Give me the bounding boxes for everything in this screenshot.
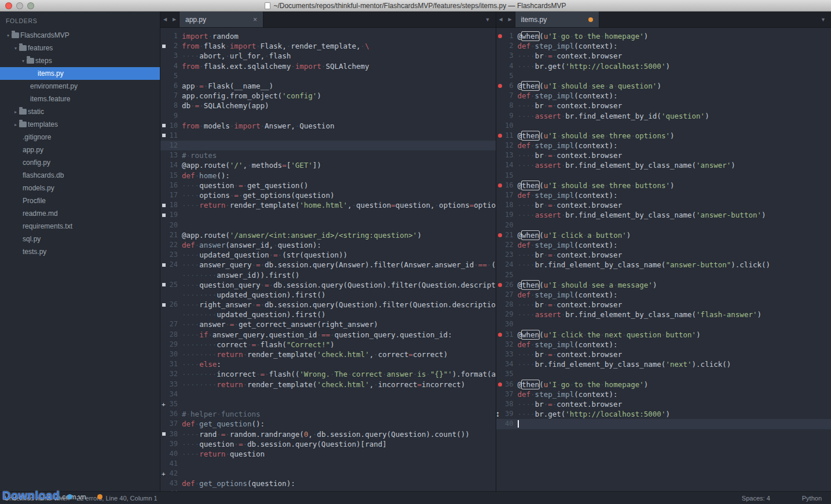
sidebar-item-procfile[interactable]: Procfile	[0, 194, 160, 207]
line-number[interactable]: 17	[496, 190, 514, 200]
code-line[interactable]: 19	[160, 210, 496, 220]
line-number[interactable]: 36	[160, 409, 178, 419]
code-line[interactable]: 37def·get_question():	[160, 419, 496, 429]
line-number[interactable]: 16	[160, 181, 178, 190]
code-text[interactable]: ········answer_id)).first()	[178, 270, 496, 280]
code-line[interactable]: 18····br·=·context.browser	[496, 200, 831, 210]
code-line[interactable]: 22def·answer(answer_id,·question):	[160, 240, 496, 250]
line-number[interactable]: 38	[160, 429, 178, 439]
code-line[interactable]: 6@then(u'I·should·see·a·question')	[496, 81, 831, 91]
code-line[interactable]: 34	[160, 389, 496, 399]
code-text[interactable]: def·get_question():	[178, 419, 496, 429]
code-text[interactable]: ····br.get('http://localhost:5000')	[514, 61, 831, 71]
code-line[interactable]: 33········return·render_template('check.…	[160, 380, 496, 389]
code-line[interactable]: 35	[496, 369, 831, 379]
titlebar[interactable]: ~/Documents/repos/thinkful-mentor/Flashc…	[0, 0, 831, 12]
line-number[interactable]: 30	[160, 350, 178, 359]
line-number[interactable]: 21	[496, 230, 514, 240]
code-text[interactable]: ········incorrect·=·flash(('Wrong.·The·c…	[178, 369, 496, 379]
line-number[interactable]: 25	[496, 270, 514, 280]
tab-nav-back-icon[interactable]: ◀	[160, 12, 170, 27]
disclosure-triangle-icon[interactable]: ▸	[12, 109, 19, 115]
code-text[interactable]: def·step_impl(context):	[514, 141, 831, 150]
code-line[interactable]: 12def·step_impl(context):	[496, 141, 831, 150]
code-line[interactable]: 11	[160, 131, 496, 141]
sidebar-item-items-py[interactable]: items.py	[0, 67, 160, 80]
code-text[interactable]: def·answer(answer_id,·question):	[178, 240, 496, 250]
tab-items-py[interactable]: items.py	[515, 12, 599, 27]
sidebar-item-models-py[interactable]: models.py	[0, 182, 160, 194]
sidebar-item-requirements-txt[interactable]: requirements.txt	[0, 220, 160, 233]
sidebar-item-config-py[interactable]: config.py	[0, 156, 160, 169]
code-text[interactable]: ····question_query·=·db.session.query(Qu…	[178, 280, 496, 290]
line-number[interactable]: 7	[160, 91, 178, 101]
line-number[interactable]: 29	[160, 340, 178, 350]
code-text[interactable]: ····right_answer·=·db.session.query(Ques…	[178, 300, 496, 310]
line-number[interactable]	[160, 270, 178, 280]
line-number[interactable]: +42	[160, 469, 178, 479]
code-text[interactable]: ········correct·=·flash("Correct!")	[178, 340, 496, 350]
code-text[interactable]: ····br·=·context.browser	[514, 399, 831, 409]
code-line[interactable]: 5	[160, 71, 496, 81]
code-text[interactable]: ····else:	[178, 359, 496, 369]
line-number[interactable]: 7	[496, 91, 514, 101]
line-number[interactable]: 34	[160, 389, 178, 399]
line-number[interactable]: 23	[496, 250, 514, 260]
code-text[interactable]	[178, 220, 496, 230]
line-number[interactable]: 27	[496, 290, 514, 300]
code-text[interactable]	[178, 141, 496, 150]
code-line[interactable]: 29········correct·=·flash("Correct!")	[160, 340, 496, 350]
code-line[interactable]: 17def·step_impl(context):	[496, 190, 831, 200]
code-text[interactable]	[514, 121, 831, 131]
code-line[interactable]: 40····return·question	[160, 449, 496, 459]
line-number[interactable]: 36	[496, 380, 514, 389]
line-number[interactable]: 10	[160, 121, 178, 131]
code-text[interactable]: ····assert·br.find_element_by_class_name…	[514, 160, 831, 170]
code-line[interactable]: 34····br.find_element_by_class_name('nex…	[496, 359, 831, 369]
line-number[interactable]: 12	[160, 141, 178, 150]
tab-overflow-icon[interactable]: ▼	[821, 12, 831, 27]
code-text[interactable]: ····br·=·context.browser	[514, 300, 831, 310]
sidebar-item-gitignore[interactable]: .gitignore	[0, 131, 160, 144]
code-text[interactable]: ····assert·br.find_element_by_class_name…	[514, 210, 831, 220]
line-number[interactable]: 32	[496, 340, 514, 350]
line-number[interactable]: 30	[496, 319, 514, 329]
code-line[interactable]: 20	[160, 220, 496, 230]
line-number[interactable]: 5	[160, 71, 178, 81]
line-number[interactable]: 2	[160, 41, 178, 51]
line-number[interactable]: 19	[496, 210, 514, 220]
code-text[interactable]	[178, 131, 496, 141]
line-number[interactable]: 40	[496, 419, 514, 429]
tab-overflow-icon[interactable]: ▼	[485, 12, 496, 27]
sidebar-item-tests-py[interactable]: tests.py	[0, 245, 160, 258]
code-text[interactable]: ····br·=·context.browser	[514, 250, 831, 260]
code-text[interactable]	[178, 389, 496, 399]
code-text[interactable]: @then(u'I·should·see·a·question')	[514, 81, 831, 91]
line-number[interactable]: 12	[496, 141, 514, 150]
line-number[interactable]: 18	[160, 200, 178, 210]
code-line[interactable]: 14@app.route('/',·methods=['GET'])	[160, 160, 496, 170]
code-text[interactable]: def·home():	[178, 171, 496, 181]
code-text[interactable]: ····br·=·context.browser	[514, 350, 831, 359]
code-text[interactable]: @then(u'I·should·see·three·buttons')	[514, 181, 831, 190]
code-line[interactable]: 26@then(u'I·should·see·a·message')	[496, 280, 831, 290]
line-number[interactable]: 33	[496, 350, 514, 359]
code-text[interactable]: ····options·=·get_options(question)	[178, 190, 496, 200]
code-line[interactable]: 21@app.route('/answer/<int:answer_id>/<s…	[160, 230, 496, 240]
line-number[interactable]: 27	[160, 319, 178, 329]
line-number[interactable]: 37	[160, 419, 178, 429]
line-number[interactable]: 17	[160, 190, 178, 200]
code-line[interactable]: 27····answer·=·get_correct_answer(right_…	[160, 319, 496, 329]
code-text[interactable]: ········updated_question).first()	[178, 290, 496, 300]
code-text[interactable]: @when(u'I·click·the·next·question·button…	[514, 330, 831, 340]
sidebar-item-templates[interactable]: ▸templates	[0, 118, 160, 131]
code-line[interactable]: 22def·step_impl(context):	[496, 240, 831, 250]
code-text[interactable]: ····br·=·context.browser	[514, 200, 831, 210]
code-text[interactable]: from·flask.ext.sqlalchemy·import·SQLAlch…	[178, 61, 496, 71]
code-text[interactable]: def·step_impl(context):	[514, 41, 831, 51]
code-text[interactable]: ········return·render_template('check.ht…	[178, 380, 496, 389]
code-line[interactable]: 9	[160, 111, 496, 121]
code-line[interactable]: 28····if·answer_query.question_id·==·que…	[160, 330, 496, 340]
code-line[interactable]: 13#·routes	[160, 150, 496, 160]
line-number[interactable]: 20	[160, 220, 178, 230]
